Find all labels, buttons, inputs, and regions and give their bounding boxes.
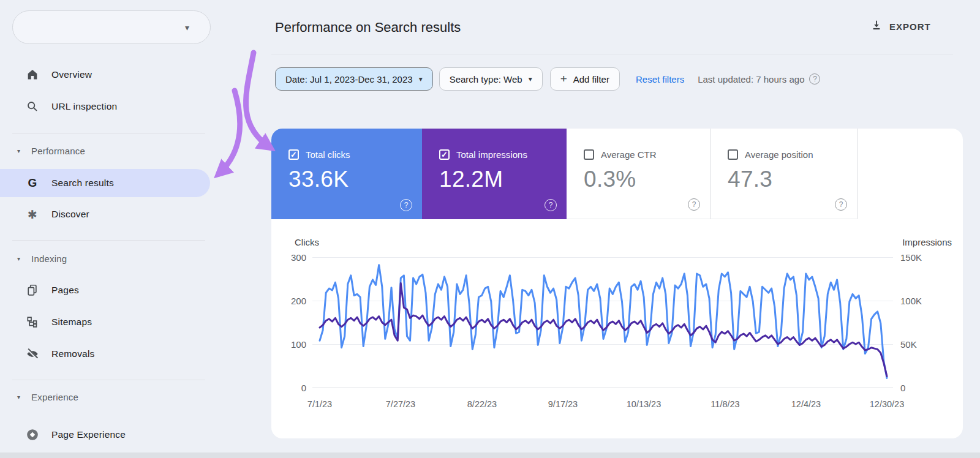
arrow-to-total-clicks: [246, 53, 270, 148]
sidebar-item-label: URL inspection: [51, 101, 117, 112]
help-icon[interactable]: ?: [809, 73, 820, 84]
sidebar-item-url-inspection[interactable]: URL inspection: [0, 93, 210, 120]
gridline: [312, 257, 893, 258]
x-axis-tick: 7/27/23: [386, 399, 415, 409]
impressions-series-line: [320, 283, 887, 377]
last-updated-text: Last updated: 7 hours ago: [698, 74, 804, 84]
help-icon[interactable]: ?: [545, 199, 557, 211]
add-filter-button[interactable]: + Add filter: [550, 67, 620, 91]
checkbox-unchecked-icon[interactable]: [584, 149, 594, 160]
sidebar-item-label: Pages: [51, 285, 79, 296]
x-axis-tick: 12/30/23: [870, 399, 904, 409]
date-filter-chip[interactable]: Date: Jul 1, 2023-Dec 31, 2023 ▾: [275, 67, 433, 91]
checkbox-checked-icon[interactable]: ✓: [439, 149, 450, 160]
metric-tile-total-clicks[interactable]: ✓ Total clicks 33.6K ?: [271, 129, 422, 219]
sidebar-section-label: Indexing: [31, 253, 67, 264]
bottom-edge-strip: [0, 452, 980, 458]
metric-value: 12.2M: [439, 167, 503, 192]
sidebar-item-label: Overview: [51, 69, 92, 80]
checkbox-checked-icon[interactable]: ✓: [288, 149, 299, 160]
left-axis-tick: 300: [279, 252, 306, 263]
sidebar-item-removals[interactable]: Removals: [0, 340, 210, 367]
search-type-filter-chip[interactable]: Search type: Web ▾: [439, 67, 543, 91]
sitemap-icon: [26, 315, 39, 329]
x-axis-tick: 9/17/23: [548, 399, 578, 409]
metric-label: Total impressions: [456, 149, 527, 160]
header-divider: [271, 54, 953, 54]
property-selector-dropdown[interactable]: ▾: [12, 10, 211, 44]
x-axis-tick: 10/13/23: [627, 399, 661, 409]
left-axis-tick: 0: [279, 383, 306, 393]
chevron-down-icon: ▾: [185, 23, 189, 32]
gridline: [312, 344, 893, 345]
discover-asterisk-icon: ✱: [26, 208, 39, 221]
sidebar-section-performance[interactable]: ▾ Performance: [0, 141, 210, 160]
sidebar-item-discover[interactable]: ✱ Discover: [0, 201, 210, 228]
page-title: Performance on Search results: [275, 20, 461, 36]
eye-off-icon: [26, 347, 39, 361]
metric-tile-total-impressions[interactable]: ✓ Total impressions 12.2M ?: [422, 129, 567, 219]
clicks-series-line: [320, 265, 887, 378]
sidebar-section-indexing[interactable]: ▾ Indexing: [0, 249, 210, 268]
x-axis-baseline: [312, 388, 893, 388]
page-experience-icon: [26, 428, 39, 441]
chevron-down-icon: ▾: [529, 75, 532, 83]
metric-label: Average position: [745, 149, 813, 160]
metric-value: 33.6K: [288, 167, 349, 192]
x-axis-tick: 7/1/23: [307, 399, 332, 409]
add-filter-label: Add filter: [573, 74, 609, 84]
google-g-icon: G: [26, 176, 39, 190]
sidebar-section-experience[interactable]: ▾ Experience: [0, 387, 210, 407]
left-axis-title: Clicks: [295, 237, 319, 247]
right-axis-tick: 150K: [900, 252, 922, 263]
reset-filters-link[interactable]: Reset filters: [636, 74, 684, 84]
help-icon[interactable]: ?: [835, 198, 847, 211]
home-icon: [26, 68, 39, 81]
x-axis-tick: 8/22/23: [467, 399, 497, 409]
left-axis-tick: 200: [279, 296, 306, 306]
left-axis-tick: 100: [279, 339, 306, 350]
right-axis-tick: 100K: [900, 296, 922, 306]
search-icon: [26, 100, 39, 113]
sidebar-item-label: Discover: [51, 209, 89, 220]
sidebar-item-label: Removals: [51, 348, 95, 359]
arrow-to-search-results: [219, 91, 240, 174]
pages-icon: [26, 283, 39, 297]
sidebar-item-label: Sitemaps: [51, 317, 92, 328]
right-axis-tick: 50K: [900, 339, 917, 350]
sidebar-divider: [12, 380, 205, 380]
x-axis-tick: 11/8/23: [710, 399, 739, 409]
x-axis-tick: 12/4/23: [791, 399, 821, 409]
export-label: EXPORT: [889, 21, 931, 32]
collapse-triangle-icon: ▾: [17, 148, 20, 154]
plus-icon: +: [560, 72, 567, 86]
checkbox-unchecked-icon[interactable]: [728, 149, 738, 160]
right-axis-tick: 0: [900, 383, 905, 393]
collapse-triangle-icon: ▾: [17, 255, 20, 262]
metric-label: Average CTR: [601, 149, 657, 160]
metric-label: Total clicks: [306, 149, 350, 160]
sidebar-item-label: Page Experience: [51, 429, 126, 440]
sidebar-item-sitemaps[interactable]: Sitemaps: [0, 309, 210, 336]
sidebar-item-page-experience[interactable]: Page Experience: [0, 421, 210, 448]
sidebar-item-overview[interactable]: Overview: [0, 61, 210, 88]
metric-tile-average-position[interactable]: Average position 47.3 ?: [710, 129, 858, 219]
sidebar-section-label: Performance: [31, 146, 85, 156]
date-filter-label: Date: Jul 1, 2023-Dec 31, 2023: [285, 74, 413, 84]
export-button[interactable]: EXPORT: [870, 18, 931, 34]
performance-report-card: ✓ Total clicks 33.6K ? ✓ Total impressio…: [271, 129, 963, 438]
sidebar-item-search-results[interactable]: G Search results: [0, 169, 210, 197]
gridline: [312, 301, 893, 301]
search-type-label: Search type: Web: [450, 74, 522, 84]
sidebar-item-pages[interactable]: Pages: [0, 277, 210, 304]
help-icon[interactable]: ?: [688, 198, 700, 211]
chevron-down-icon: ▾: [419, 75, 423, 83]
sidebar-section-label: Experience: [31, 392, 78, 402]
help-icon[interactable]: ?: [400, 199, 412, 211]
collapse-triangle-icon: ▾: [17, 394, 20, 400]
search-console-performance-page: ▾ Overview URL inspection ▾ Performance …: [0, 0, 980, 458]
filter-bar: Date: Jul 1, 2023-Dec 31, 2023 ▾ Search …: [275, 67, 820, 91]
metric-value: 0.3%: [584, 167, 636, 192]
right-axis-title: Impressions: [902, 237, 952, 247]
metric-tile-average-ctr[interactable]: Average CTR 0.3% ?: [567, 129, 710, 219]
